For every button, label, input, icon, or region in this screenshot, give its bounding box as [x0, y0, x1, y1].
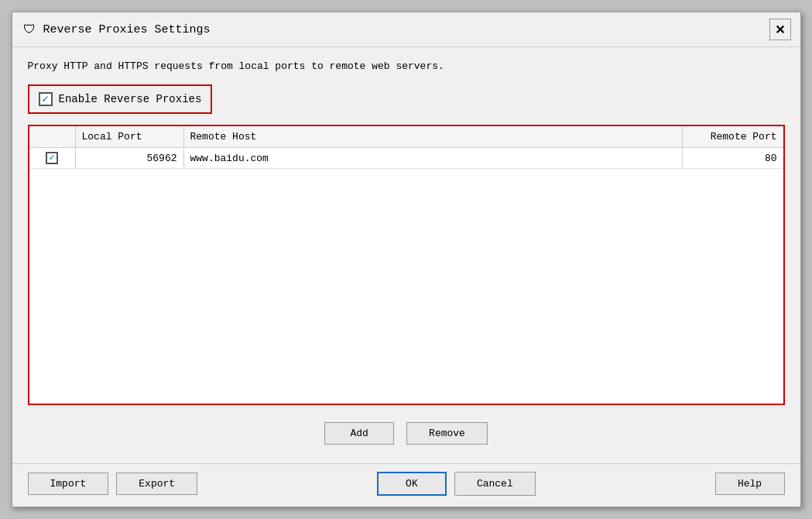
table-header: Local Port Remote Host Remote Port — [29, 126, 783, 148]
col-header-checkbox — [29, 126, 76, 147]
dialog-title: Reverse Proxies Settings — [43, 23, 211, 36]
remove-button[interactable]: Remove — [406, 422, 488, 445]
bottom-center-buttons: OK Cancel — [377, 472, 536, 496]
remote-host-cell: www.baidu.com — [184, 149, 683, 168]
remote-port-cell: 80 — [683, 149, 783, 168]
col-header-remote-port: Remote Port — [683, 126, 783, 147]
table-body: 56962 www.baidu.com 80 — [29, 148, 783, 404]
bottom-left-buttons: Import Export — [28, 473, 198, 495]
dialog-window: 🛡 Reverse Proxies Settings ✕ Proxy HTTP … — [12, 12, 801, 507]
dialog-body: Proxy HTTP and HTTPS requests from local… — [12, 47, 800, 463]
bottom-row: Import Export OK Cancel Help — [12, 463, 800, 507]
cancel-button[interactable]: Cancel — [454, 472, 536, 496]
col-header-remote-host: Remote Host — [184, 126, 683, 147]
bottom-right-buttons: Help — [715, 473, 785, 495]
add-remove-buttons: Add Remove — [28, 416, 785, 451]
add-button[interactable]: Add — [324, 422, 394, 445]
title-bar-left: 🛡 Reverse Proxies Settings — [22, 22, 211, 37]
enable-checkbox[interactable] — [39, 92, 53, 106]
proxy-table: Local Port Remote Host Remote Port 56962… — [28, 125, 785, 405]
enable-label: Enable Reverse Proxies — [59, 93, 202, 105]
description-text: Proxy HTTP and HTTPS requests from local… — [28, 60, 785, 74]
row-enable-checkbox[interactable] — [46, 152, 58, 164]
row-checkbox-cell[interactable] — [29, 148, 76, 168]
col-header-local-port: Local Port — [76, 126, 184, 147]
local-port-cell: 56962 — [76, 149, 184, 168]
help-button[interactable]: Help — [715, 473, 785, 495]
dialog-icon: 🛡 — [22, 22, 37, 37]
export-button[interactable]: Export — [116, 473, 197, 495]
enable-section: Enable Reverse Proxies — [28, 84, 213, 114]
ok-button[interactable]: OK — [377, 472, 447, 496]
title-bar: 🛡 Reverse Proxies Settings ✕ — [12, 12, 800, 47]
table-row: 56962 www.baidu.com 80 — [29, 148, 783, 169]
import-button[interactable]: Import — [28, 473, 109, 495]
close-button[interactable]: ✕ — [769, 19, 791, 40]
